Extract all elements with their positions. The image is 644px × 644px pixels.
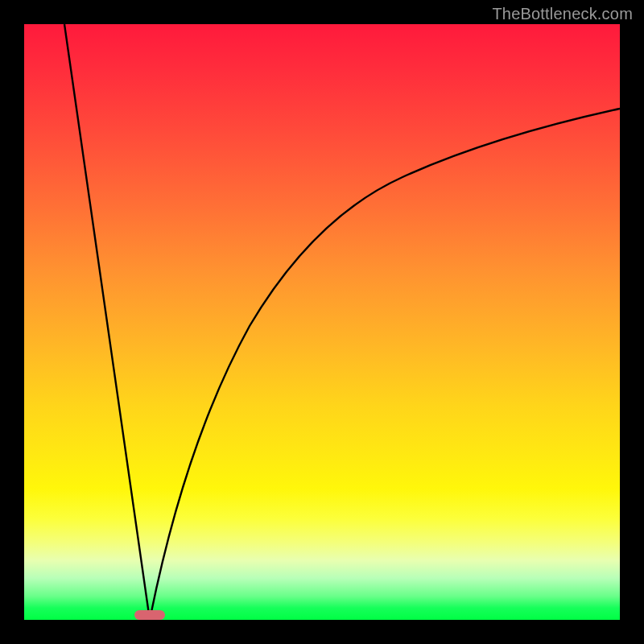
- watermark-text: TheBottleneck.com: [492, 5, 633, 23]
- curve-left-branch: [64, 24, 150, 620]
- plot-area: [24, 24, 620, 620]
- optimal-marker: [134, 610, 165, 620]
- curve-right-branch: [150, 109, 620, 620]
- bottleneck-curve: [24, 24, 620, 620]
- chart-frame: TheBottleneck.com: [0, 0, 644, 644]
